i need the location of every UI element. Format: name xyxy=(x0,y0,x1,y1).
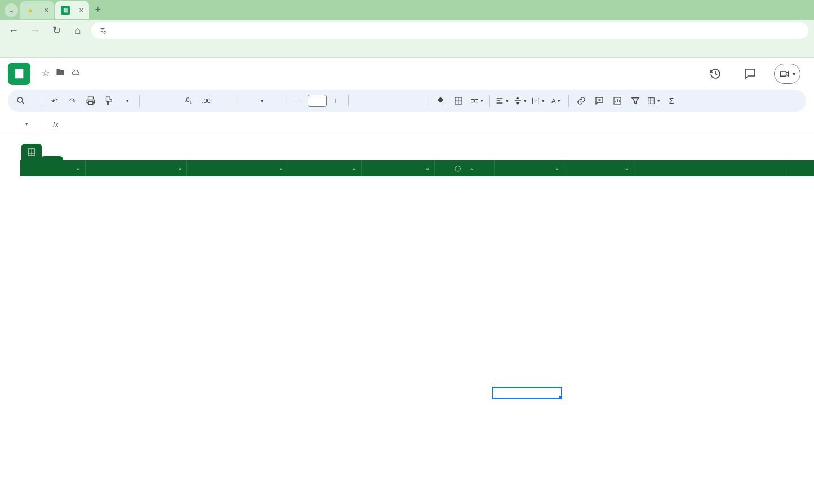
chevron-down-icon[interactable]: ⌄ xyxy=(352,165,357,171)
tab-list-button[interactable]: ⌄ xyxy=(5,3,18,17)
filter-button[interactable] xyxy=(628,93,643,109)
toolbar: ↶ ↷ .0↓ .00 − + A xyxy=(8,90,806,112)
bold-button[interactable] xyxy=(353,93,369,109)
move-icon[interactable] xyxy=(55,68,65,78)
search-icon xyxy=(16,96,26,106)
drive-icon: ▲ xyxy=(26,6,35,15)
font-dropdown[interactable] xyxy=(242,93,281,109)
state-icon: ◯ xyxy=(455,165,461,171)
chart-button[interactable] xyxy=(610,93,625,109)
th-fecha-ent[interactable]: ⌄ xyxy=(495,160,564,175)
forward-button[interactable]: → xyxy=(27,25,43,37)
svg-point-0 xyxy=(104,31,106,33)
cloud-status-icon[interactable] xyxy=(71,68,81,78)
address-bar[interactable] xyxy=(91,22,808,39)
close-icon[interactable]: × xyxy=(44,6,48,15)
zoom-dropdown[interactable] xyxy=(119,93,135,109)
sheets-logo-icon[interactable] xyxy=(8,63,30,85)
doc-header: ☆ ▾ xyxy=(0,58,814,85)
font-size-input[interactable] xyxy=(308,95,327,107)
formula-bar: ▾ fx xyxy=(0,117,814,131)
text-color-button[interactable] xyxy=(407,93,423,109)
th-productos[interactable] xyxy=(634,160,786,175)
borders-button[interactable] xyxy=(451,93,466,109)
tab-1[interactable]: ▲ × xyxy=(20,1,54,19)
table-area: ⌄ ⌄ ⌄ ⌄ ⌄ ◯⌄ ⌄ ⌄ xyxy=(20,160,814,176)
th-fecha-elab[interactable]: ⌄ xyxy=(288,160,362,175)
chevron-down-icon[interactable]: ⌄ xyxy=(555,165,559,171)
italic-button[interactable] xyxy=(371,93,387,109)
dec-more-button[interactable]: .00 xyxy=(198,93,214,109)
svg-rect-4 xyxy=(648,98,655,104)
formula-input[interactable] xyxy=(64,120,814,128)
chevron-down-icon[interactable]: ⌄ xyxy=(425,165,430,171)
th-items[interactable]: ⌄ xyxy=(564,160,634,175)
chevron-down-icon[interactable]: ⌄ xyxy=(625,165,629,171)
th-fecha-vig[interactable]: ⌄ xyxy=(362,160,435,175)
dec-less-button[interactable]: .0↓ xyxy=(180,93,196,109)
halign-button[interactable] xyxy=(494,93,510,109)
browser-chrome: ⌄ ▲ × ▦ × + ← → ↻ ⌂ xyxy=(0,0,814,58)
th-empresa[interactable]: ⌄ xyxy=(86,160,187,175)
table-button[interactable] xyxy=(646,93,661,109)
history-button[interactable] xyxy=(704,63,727,85)
home-button[interactable]: ⌂ xyxy=(70,25,86,37)
th-no-cot[interactable]: ⌄ xyxy=(20,160,86,175)
link-button[interactable] xyxy=(573,93,589,109)
valign-button[interactable] xyxy=(512,93,528,109)
wrap-button[interactable] xyxy=(530,93,546,109)
tabs-row: ⌄ ▲ × ▦ × + xyxy=(0,0,814,20)
sheets-app: ☆ ▾ xyxy=(0,58,814,504)
th-estado[interactable]: ◯⌄ xyxy=(435,160,495,175)
th-cliente[interactable]: ⌄ xyxy=(187,160,288,175)
name-box[interactable]: ▾ xyxy=(0,117,47,131)
address-row: ← → ↻ ⌂ xyxy=(0,20,814,41)
star-icon[interactable]: ☆ xyxy=(42,68,50,78)
rotate-button[interactable]: A xyxy=(548,93,564,109)
menu-bar xyxy=(36,78,699,81)
currency-button[interactable] xyxy=(144,93,160,109)
sheets-icon: ▦ xyxy=(61,6,70,15)
spreadsheet-grid[interactable]: ⌄ ⌄ ⌄ ⌄ ⌄ ⌄ ◯⌄ ⌄ ⌄ xyxy=(0,131,814,504)
functions-button[interactable]: Σ xyxy=(664,93,679,109)
merge-button[interactable] xyxy=(469,93,484,109)
comments-button[interactable] xyxy=(739,63,762,85)
fill-handle[interactable] xyxy=(559,396,562,399)
redo-button[interactable]: ↷ xyxy=(65,93,81,109)
chevron-down-icon[interactable]: ⌄ xyxy=(177,165,182,171)
chevron-down-icon[interactable]: ⌄ xyxy=(470,165,474,171)
reload-button[interactable]: ↻ xyxy=(48,24,64,37)
num-format-button[interactable] xyxy=(216,93,232,109)
paint-format-button[interactable] xyxy=(101,93,117,109)
selected-cell xyxy=(492,387,562,399)
undo-button[interactable]: ↶ xyxy=(47,93,63,109)
chevron-down-icon[interactable]: ⌄ xyxy=(279,165,283,171)
table-header-row: ⌄ ⌄ ⌄ ⌄ ⌄ ◯⌄ ⌄ ⌄ xyxy=(20,160,814,175)
bookmarks-bar xyxy=(0,41,814,58)
strike-button[interactable] xyxy=(389,93,405,109)
menu-search[interactable] xyxy=(12,96,37,106)
close-icon[interactable]: × xyxy=(79,6,83,15)
fill-color-button[interactable] xyxy=(433,93,448,109)
tab-2[interactable]: ▦ × xyxy=(55,1,89,19)
font-size-dec[interactable]: − xyxy=(291,93,306,109)
chevron-down-icon[interactable]: ⌄ xyxy=(76,165,81,171)
meet-button[interactable]: ▾ xyxy=(774,64,800,84)
percent-button[interactable] xyxy=(162,93,178,109)
svg-point-1 xyxy=(17,97,23,102)
font-size-inc[interactable]: + xyxy=(328,93,344,109)
fx-icon: fx xyxy=(47,120,64,128)
back-button[interactable]: ← xyxy=(6,25,21,37)
site-info-icon[interactable] xyxy=(98,26,107,35)
table-grid-icon[interactable] xyxy=(21,144,42,160)
print-button[interactable] xyxy=(83,93,99,109)
new-tab-button[interactable]: + xyxy=(90,4,105,16)
comment-button[interactable] xyxy=(591,93,607,109)
